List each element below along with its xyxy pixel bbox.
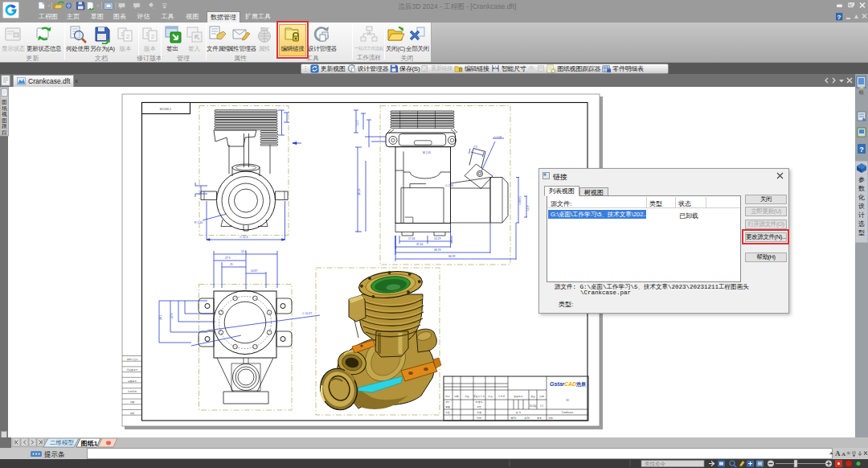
svg-text:21: 21 (230, 263, 233, 266)
svg-text:提示条: 提示条 (43, 450, 65, 458)
svg-text:15.9: 15.9 (526, 205, 530, 211)
svg-text:描校: 描校 (130, 412, 135, 415)
svg-text:27.9: 27.9 (225, 257, 231, 260)
svg-text:14.29: 14.29 (434, 237, 440, 240)
svg-text:工艺: 工艺 (445, 411, 450, 414)
svg-text:∅ 5.59: ∅ 5.59 (493, 136, 502, 139)
svg-text:17.46: 17.46 (408, 237, 415, 240)
svg-text:27.9: 27.9 (170, 313, 174, 318)
svg-text:签字日期: 签字日期 (128, 390, 137, 393)
svg-text:查找命令: 查找命令 (645, 461, 666, 467)
svg-text:更改文件号: 更改文件号 (473, 395, 485, 398)
svg-text:型: 型 (858, 229, 865, 236)
svg-text:组: 组 (858, 90, 864, 95)
svg-text:?: ? (859, 146, 864, 154)
svg-text:10.87: 10.87 (251, 269, 257, 273)
svg-text:化: 化 (858, 194, 865, 201)
svg-text:13.7: 13.7 (356, 120, 359, 125)
svg-text:旧底图总号: 旧底图总号 (127, 368, 138, 372)
svg-text:38.18: 38.18 (358, 189, 361, 195)
svg-text:CAD: CAD (564, 381, 576, 387)
svg-text:纸: 纸 (2, 105, 7, 111)
svg-text:浩辰: 浩辰 (575, 381, 587, 388)
svg-text:处数: 处数 (454, 395, 459, 398)
svg-text:跟: 跟 (2, 123, 7, 129)
svg-text:工艺: 工艺 (477, 405, 481, 408)
svg-text:设: 设 (858, 203, 865, 210)
svg-text:数: 数 (858, 185, 865, 192)
svg-text:年月日: 年月日 (498, 395, 506, 398)
svg-text:标准化: 标准化 (475, 400, 483, 404)
svg-text:审核: 审核 (445, 405, 450, 408)
svg-text:描图: 描图 (130, 400, 135, 404)
svg-text:66.39: 66.39 (448, 255, 455, 258)
svg-text:比例: 比例 (539, 395, 544, 398)
svg-text:∅ 52.3: ∅ 52.3 (240, 236, 248, 239)
svg-text:浩辰: 浩辰 (548, 417, 553, 420)
svg-text:共1张: 共1张 (523, 417, 530, 420)
svg-text:Crankcase: Crankcase (562, 411, 574, 414)
svg-text:1:1: 1:1 (540, 404, 543, 408)
svg-text:Gstar: Gstar (550, 381, 566, 387)
svg-text:签名: 签名 (488, 395, 493, 398)
svg-text:阶段标记: 阶段标记 (514, 395, 522, 398)
svg-text:标记: 标记 (444, 395, 450, 398)
svg-text:底图总号: 底图总号 (128, 380, 137, 383)
svg-text:R 1.50: R 1.50 (194, 221, 203, 224)
svg-text:踪: 踪 (2, 129, 7, 135)
svg-text:批准: 批准 (477, 411, 481, 414)
svg-text:第1张: 第1张 (510, 417, 516, 420)
svg-text:设计: 设计 (445, 400, 450, 404)
svg-text:∅30.61: ∅30.61 (518, 196, 522, 205)
svg-text:MODEL1: MODEL1 (160, 108, 171, 111)
svg-text:质量: 质量 (530, 395, 535, 398)
svg-text:二维模型: 二维模型 (50, 439, 75, 446)
svg-text:2: 2 (126, 33, 130, 40)
svg-text:XX: XX (566, 399, 569, 402)
svg-text:2: 2 (150, 33, 154, 40)
svg-text:M 2.05: M 2.05 (423, 151, 431, 154)
svg-text:图纸1: 图纸1 (81, 440, 98, 447)
svg-text:48.78: 48.78 (434, 248, 440, 252)
svg-text:∅ 2.36: ∅ 2.36 (445, 184, 453, 187)
svg-text:分区: 分区 (465, 395, 469, 398)
svg-text:借用件登记: 借用件登记 (127, 358, 138, 361)
svg-text:参: 参 (858, 176, 865, 183)
svg-text:?: ? (837, 14, 841, 21)
svg-text:52.4: 52.4 (241, 250, 247, 253)
svg-text:计: 计 (858, 211, 865, 219)
svg-text:选: 选 (858, 220, 865, 228)
svg-text:7.9: 7.9 (473, 146, 477, 149)
svg-text:日期: 日期 (477, 417, 481, 420)
svg-text:∅ 10.37: ∅ 10.37 (302, 312, 312, 315)
svg-text:✳: ✳ (846, 450, 851, 456)
svg-text:A: A (835, 450, 841, 458)
svg-text:版本: 版本 (537, 417, 542, 420)
svg-text:37.34: 37.34 (416, 243, 423, 246)
svg-text:A: A (841, 451, 845, 458)
svg-text:38.1: 38.1 (159, 314, 162, 320)
svg-text:16.56g: 16.56g (530, 404, 537, 408)
svg-text:共 张: 共 张 (515, 411, 522, 414)
svg-text:t: t (495, 64, 497, 68)
